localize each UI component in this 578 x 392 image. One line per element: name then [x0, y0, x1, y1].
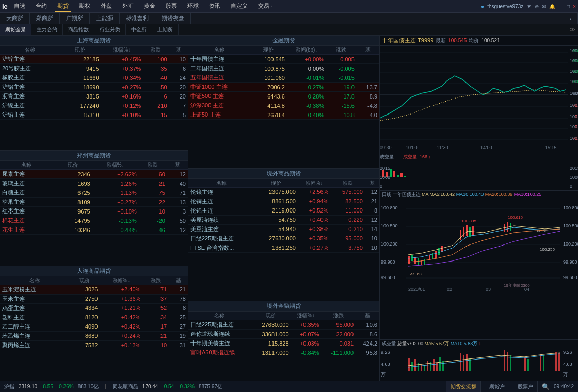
table-row[interactable]: 鸡蛋主连 4334 +1.21% 52 8 — [0, 303, 188, 313]
menu-qiquan[interactable]: 期权 — [77, 1, 92, 12]
table-row[interactable]: 沪深300 主连 4114.8 -0.38% -15.6 -4.8 — [188, 101, 379, 110]
nav-tab-shangneng[interactable]: 上能源 — [90, 13, 120, 24]
menu-icon-msg[interactable]: ✉ — [542, 4, 546, 9]
status-tab-futures-group[interactable]: 期货交流群 — [446, 381, 481, 393]
nav-tab-zhengshang[interactable]: 郑商所 — [30, 13, 60, 24]
menu-icon-bell[interactable]: 🔔 — [549, 4, 555, 9]
menu-waipan[interactable]: 外盘 — [99, 1, 114, 12]
table-row[interactable]: FTSE 台湾指数... 1381.250 +0.27% 3.750 10 — [188, 243, 379, 252]
chart-panel: 十年国债主连 T9999 最新 100.545 均价 100.521 100.6… — [379, 36, 578, 381]
sub-nav-zhongjin[interactable]: 中金所 — [126, 24, 152, 35]
table-row[interactable]: 美原油连续 54.750 +0.40% 0.220 12 — [188, 215, 379, 224]
svg-rect-92 — [408, 358, 410, 371]
table-row[interactable]: 聚丙烯主连 7582 +0.13% 10 31 — [0, 340, 188, 350]
table-row[interactable]: 日经225期指主连 27630.000 +0.35% 95.000 10.6 — [188, 320, 379, 330]
menu-icon-settings[interactable]: ▼ — [526, 4, 532, 9]
cell-base: 78 — [169, 294, 188, 303]
menu-heyue[interactable]: 合约 — [34, 1, 49, 12]
cell-change: 71 — [142, 285, 169, 294]
table-row[interactable]: 迷你道琼斯连续 33681.000 +0.07% 22.000 8.6 — [188, 330, 379, 339]
cell-pct: +0.07% — [291, 330, 322, 339]
table-row[interactable]: 玻璃主连 1693 +1.26% 21 40 — [0, 179, 188, 188]
sub-nav-zhuli[interactable]: 主力合约 — [31, 24, 63, 35]
cell-pct: +0.16% — [101, 92, 143, 101]
cell-base: 40 — [167, 179, 188, 188]
cell-name: 鸡蛋主连 — [0, 303, 69, 313]
cell-change: -10.8 — [326, 110, 357, 120]
menu-jiaoyi[interactable]: 交易 · — [256, 1, 275, 12]
cell-price: 115.828 — [251, 339, 291, 348]
window-minimize[interactable]: — — [558, 4, 564, 9]
table-row[interactable]: 白糖主连 6725 +1.13% 75 71 — [0, 188, 188, 198]
table-row[interactable]: 塑料主连 8120 +0.42% 34 25 — [0, 313, 188, 322]
table-row[interactable]: 二年国债主连 100.875 0.00% -0.005 — [188, 64, 379, 73]
nav-tab-guangqi[interactable]: 广期所 — [60, 13, 90, 24]
nav-tab-biaozhun[interactable]: 标准套利 — [120, 13, 155, 24]
svg-text:2015: 2015 — [380, 166, 390, 171]
cell-base: 6 — [169, 64, 188, 73]
sub-nav-shangpin[interactable]: 商品指数 — [63, 24, 94, 35]
table-row[interactable]: 红枣主连 9675 +0.10% 10 3 — [0, 207, 188, 216]
table-row[interactable]: 五年国债主连 101.060 -0.01% -0.015 — [188, 73, 379, 83]
table-row[interactable]: 玉米淀粉主连 3026 +2.40% 71 21 — [0, 285, 188, 294]
table-row[interactable]: 十年国债主连 100.545 +0.00% 0.005 — [188, 55, 379, 64]
sub-nav-quanjing[interactable]: 期货全景 — [0, 24, 31, 35]
table-row[interactable]: 玉米主连 2750 +1.36% 37 78 — [0, 294, 188, 303]
menu-huangjin[interactable]: 黄金 — [142, 1, 157, 12]
table-row[interactable]: 苯乙烯主连 8689 +0.24% 21 19 — [0, 331, 188, 340]
cell-change: -0.015 — [326, 73, 357, 83]
table-row[interactable]: 棉花主连 14795 -0.13% -20 50 — [0, 216, 188, 225]
table-row[interactable]: 乙二醇主连 4090 +0.42% 17 27 — [0, 322, 188, 331]
menu-huanqiu[interactable]: 环球 — [185, 1, 201, 12]
status-tab-futures-account[interactable]: 期货户 — [485, 381, 509, 393]
table-row[interactable]: 伦铝主连 2119.000 +0.52% 11.000 8 — [188, 206, 379, 215]
menu-gupiao[interactable]: 股票 — [164, 1, 179, 12]
nav-tab-yepan[interactable]: 期货夜盘 — [155, 13, 191, 24]
menu-zidingyi[interactable]: 自定义 — [229, 1, 250, 12]
cell-pct: +0.24% — [100, 331, 142, 340]
cell-price: 2678.4 — [250, 110, 287, 120]
menu-zixuan[interactable]: 自选 — [12, 1, 27, 12]
nav-tab-dashang[interactable]: 大商所 — [0, 13, 30, 24]
cell-base: 10.6 — [356, 320, 379, 330]
table-row[interactable]: 日经225期指主连 27630.000 +0.35% 95.000 10 — [188, 234, 379, 243]
nav-tab-arrow[interactable]: › — [563, 13, 578, 24]
table-row[interactable]: 中证1000 主连 7006.2 -0.27% -19.0 13.7 — [188, 83, 379, 92]
table-row[interactable]: 苹果主连 8109 +0.27% 22 13 — [0, 198, 188, 207]
svg-text:-0.03%: -0.03% — [573, 114, 578, 119]
zz-col-price: 现价 — [53, 161, 92, 170]
menu-qihuo[interactable]: 期货 — [55, 1, 71, 12]
cell-pct: -0.13% — [92, 216, 139, 225]
table-row[interactable]: 沪锌主连 22185 +0.45% 100 10 — [0, 55, 188, 64]
table-row[interactable]: 中证500 主连 6443.6 -0.28% -17.8 8.9 — [188, 92, 379, 101]
table-row[interactable]: 伦镍主连 23075.000 +2.56% 575.000 12 — [188, 187, 379, 197]
sub-nav-collapse[interactable]: ≫ — [568, 24, 578, 36]
window-close[interactable]: × — [573, 4, 576, 9]
table-row[interactable]: 尿素主连 2346 +2.62% 60 12 — [0, 170, 188, 179]
table-row[interactable]: 花生主连 10346 -0.44% -46 12 — [0, 225, 188, 235]
table-row[interactable]: 富时A50期指连续 13117.000 -0.84% -111.000 95.8 — [188, 348, 379, 357]
search-icon[interactable]: 🔍 — [542, 383, 550, 390]
table-row[interactable]: 沪铝主连 18690 +0.27% 50 20 — [0, 83, 188, 92]
chart-latest-label: 最新 — [436, 37, 446, 44]
table-row[interactable]: 上证50 主连 2678.4 -0.40% -10.8 -4.0 — [188, 110, 379, 120]
sub-nav-shangqi[interactable]: 上期所 — [152, 24, 179, 35]
status-tab-stock-account[interactable]: 股票户 — [513, 381, 538, 393]
menu-waihui[interactable]: 外汇 — [120, 1, 136, 12]
table-row[interactable]: 伦铜主连 8861.500 +0.94% 82.500 21 — [188, 197, 379, 206]
table-row[interactable]: 沥青主连 3815 +0.16% 6 20 — [0, 92, 188, 101]
window-maximize[interactable]: □ — [567, 4, 570, 9]
table-row[interactable]: 沪铅主连 15310 +0.10% 15 5 — [0, 110, 188, 120]
menu-icon-add[interactable]: ⊕ — [535, 4, 539, 9]
menu-zixun[interactable]: 资讯 — [207, 1, 222, 12]
svg-text:100.200: 100.200 — [381, 241, 398, 247]
sub-nav-hangye[interactable]: 行业分类 — [94, 24, 126, 35]
vol-header: 成交量 总量5702.00 MA5:5.67万 MA10:5.83万 ↓ — [380, 340, 578, 348]
table-row[interactable]: 橡胶主连 11660 +0.34% 40 24 — [0, 73, 188, 83]
table-row[interactable]: 沪镍主连 177240 +0.12% 210 7 — [0, 101, 188, 110]
cell-price: 54.940 — [254, 224, 297, 234]
table-row[interactable]: 20号胶主连 9415 +0.37% 35 6 — [0, 64, 188, 73]
table-row[interactable]: 十年期美债主连 115.828 +0.03% 0.031 424.2 — [188, 339, 379, 348]
chart-avg-price: 100.521 — [481, 38, 500, 43]
table-row[interactable]: 美豆油主连 54.940 +0.38% 0.210 14 — [188, 224, 379, 234]
